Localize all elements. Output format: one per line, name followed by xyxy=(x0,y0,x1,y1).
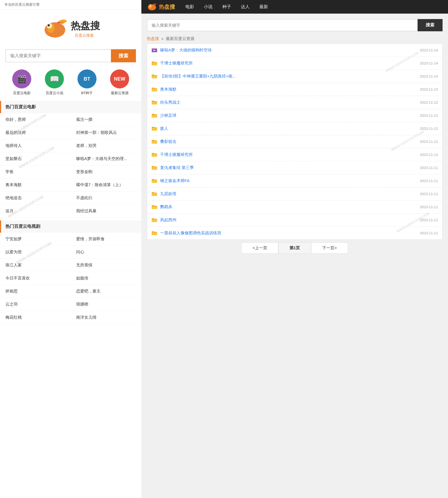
resource-title: 一晨叔叔人像修图调色实战训练营 xyxy=(160,230,415,236)
list-item[interactable]: 封神第一部：朝歌风云 xyxy=(71,126,141,139)
folder-icon xyxy=(151,165,157,170)
hot-movies-title: 热门百度云电影 xyxy=(0,101,141,113)
navbar-link-seed[interactable]: 种子 xyxy=(217,0,236,14)
cat-novel[interactable]: 📖 百度云小说 xyxy=(45,69,64,96)
navbar-logo-icon xyxy=(147,2,157,11)
pagination: <上一页 第1页 下一页> xyxy=(147,242,443,254)
left-search-button[interactable]: 搜索 xyxy=(111,49,136,62)
list-item[interactable]: 学爸 xyxy=(0,165,71,179)
list-item[interactable]: 珠江人家 xyxy=(0,259,71,272)
folder-icon xyxy=(151,87,157,92)
list-item[interactable]: 坚如磐石 xyxy=(0,152,71,165)
resource-date: 2023-11-12 xyxy=(420,113,438,118)
svg-rect-19 xyxy=(152,180,157,183)
svg-point-7 xyxy=(149,5,150,6)
list-item[interactable]: 恋爱吧，寨主 xyxy=(71,285,141,298)
list-item[interactable]: 奥本海默 xyxy=(0,179,71,192)
resource-date: 2023-11-11 xyxy=(420,231,438,235)
cat-movie[interactable]: 🎬 百度云电影 xyxy=(12,69,31,96)
list-item[interactable]: 云之羽 xyxy=(0,298,71,311)
folder-icon xyxy=(151,152,157,157)
list-item[interactable]: 变形金刚 xyxy=(71,165,141,179)
right-search-input[interactable] xyxy=(147,19,418,31)
cat-bt[interactable]: BT BT种子 xyxy=(77,69,97,96)
navbar-logo[interactable]: 热盘搜 xyxy=(147,2,175,11)
navbar-link-latest[interactable]: 最新 xyxy=(254,0,273,14)
list-item[interactable]: 【前传3部】中神通王重阳+九阴真经+南... 2023-11-14 xyxy=(147,70,442,83)
list-item[interactable]: 孤注一掷 xyxy=(71,113,141,126)
list-item[interactable]: 今日不宜喜欢 xyxy=(0,272,71,285)
list-item[interactable]: 烬相思 xyxy=(0,285,71,298)
list-item[interactable]: 敌人 2023-11-12 xyxy=(147,122,442,135)
list-item[interactable]: 如懿传 xyxy=(71,272,141,285)
navbar-link-movie[interactable]: 电影 xyxy=(181,0,199,14)
list-item[interactable]: 地师传人 xyxy=(0,139,71,152)
list-item[interactable]: 钢之炼金术师FA 2023-11-11 xyxy=(147,174,442,187)
navbar-link-novel[interactable]: 小说 xyxy=(199,0,217,14)
breadcrumb-home[interactable]: 热盘搜 xyxy=(147,36,159,41)
current-page-button[interactable]: 第1页 xyxy=(278,242,311,254)
resource-list: 哆啦A梦：大雄的猫狗时空传 2023-11-14 千博士驱魔研究所 2023-1… xyxy=(147,44,443,240)
list-item[interactable]: 老师，别哭 xyxy=(71,139,141,152)
list-item[interactable]: 问心 xyxy=(71,246,141,259)
cat-new[interactable]: NEW 最新云资源 xyxy=(110,69,129,96)
resource-date: 2023-11-11 xyxy=(420,166,438,170)
list-item[interactable]: 无所畏惧 xyxy=(71,259,141,272)
resource-date: 2023-11-12 xyxy=(420,153,438,157)
resource-title: 哆啦A梦：大雄的猫狗时空传 xyxy=(160,48,415,53)
resource-date: 2023-11-12 xyxy=(420,100,438,104)
folder-icon xyxy=(151,100,157,105)
svg-rect-18 xyxy=(152,167,157,170)
folder-icon xyxy=(151,231,157,236)
list-item[interactable]: 复仇者集结 第三季 2023-11-11 xyxy=(147,161,442,174)
list-item[interactable]: 鹦鹉杀 2023-11-11 xyxy=(147,201,442,214)
list-item[interactable]: 少林足球 2023-11-12 xyxy=(147,109,442,122)
resource-title: 叠影狙击 xyxy=(160,139,415,144)
list-item[interactable]: 一晨叔叔人像修图调色实战训练营 2023-11-11 xyxy=(147,227,442,239)
list-item[interactable]: 爱情，开袋即食 xyxy=(71,233,141,246)
list-item[interactable]: 九层妖塔 2023-11-11 xyxy=(147,187,442,201)
list-item[interactable]: 街头男战士 2023-11-12 xyxy=(147,96,442,109)
list-item[interactable]: 以爱为营 xyxy=(0,246,71,259)
logo-text: 热盘搜 xyxy=(71,19,100,33)
breadcrumb-current: 最新百度云资源 xyxy=(166,36,194,41)
list-item[interactable]: 千博士驱魔研究所 2023-11-12 xyxy=(147,148,442,161)
resource-date: 2023-11-11 xyxy=(420,192,438,196)
list-item[interactable]: 梅花红桃 xyxy=(0,311,71,324)
left-search-input[interactable] xyxy=(5,49,111,62)
list-item[interactable]: 叠影狙击 2023-11-12 xyxy=(147,135,442,148)
navbar-link-master[interactable]: 达人 xyxy=(236,0,254,14)
topbar-text: 专业的百度云搜索引擎 xyxy=(4,2,40,7)
list-item[interactable]: 奥本海默 2023-11-13 xyxy=(147,83,442,96)
list-item[interactable]: 风起西州 2023-11-11 xyxy=(147,214,442,227)
cat-movie-label: 百度云电影 xyxy=(13,91,31,96)
prev-page-button[interactable]: <上一页 xyxy=(241,242,278,254)
list-item[interactable]: 你好，恩师 xyxy=(0,113,71,126)
list-item[interactable]: 碟中谍7：致命清算（上） xyxy=(71,179,141,192)
list-item[interactable]: 哆啦A梦：大雄的猫狗时空传 2023-11-14 xyxy=(147,44,442,57)
list-item[interactable]: 最后的法师 xyxy=(0,126,71,139)
list-item[interactable]: 不虚此行 xyxy=(71,192,141,205)
resource-date: 2023-11-11 xyxy=(420,179,438,183)
folder-icon xyxy=(151,139,157,144)
list-item[interactable]: 哆啦A梦：大雄与天空的理... xyxy=(71,152,141,165)
logo-icon xyxy=(41,18,69,39)
list-item[interactable]: 追月 xyxy=(0,205,71,218)
list-item[interactable]: 绝地追击 xyxy=(0,192,71,205)
list-item[interactable]: 南洋女儿情 xyxy=(71,311,141,324)
folder-icon xyxy=(151,113,157,118)
svg-rect-22 xyxy=(152,219,157,222)
list-item[interactable]: 我经过风暴 xyxy=(71,205,141,218)
next-page-button[interactable]: 下一页> xyxy=(311,242,348,254)
resource-title: 奥本海默 xyxy=(160,87,415,92)
cat-new-label: 最新云资源 xyxy=(111,91,129,96)
list-item[interactable]: 宁安如梦 xyxy=(0,233,71,246)
resource-date: 2023-11-13 xyxy=(420,87,438,91)
list-item[interactable]: 千博士驱魔研究所 2023-11-14 xyxy=(147,57,442,70)
resource-title: 【前传3部】中神通王重阳+九阴真经+南... xyxy=(160,74,415,79)
cat-new-icon: NEW xyxy=(110,69,129,88)
folder-icon xyxy=(151,126,157,131)
list-item[interactable]: 琅琊榜 xyxy=(71,298,141,311)
right-search-button[interactable]: 搜索 xyxy=(418,19,443,31)
category-icons: 🎬 百度云电影 📖 百度云小说 BT BT种子 NEW 最新云资源 xyxy=(0,67,141,101)
